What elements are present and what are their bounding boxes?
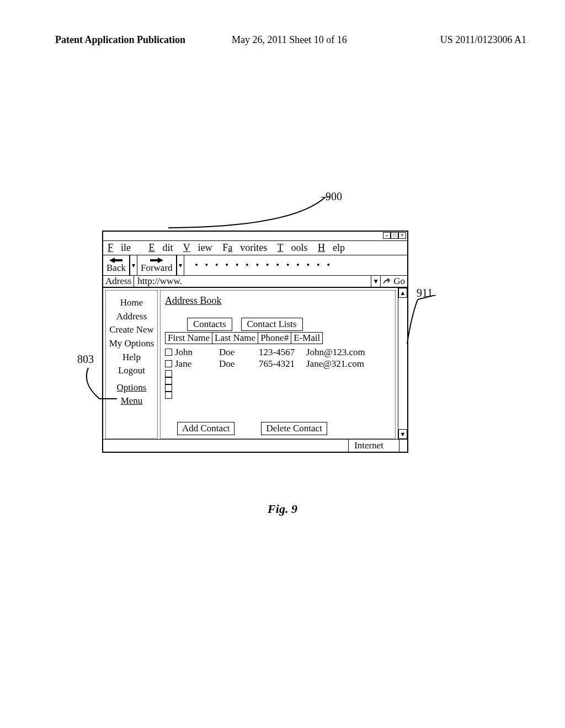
close-icon[interactable]: × — [398, 232, 406, 239]
menu-help[interactable]: Help — [318, 242, 345, 253]
toolbar: Back ▾ Forward ▾ • • • • • • • • • • • •… — [103, 255, 407, 276]
maximize-icon[interactable]: □ — [391, 232, 398, 239]
arrow-left-icon — [108, 258, 124, 263]
table-row: John Doe 123-4567 John@123.com — [165, 346, 392, 358]
col-last-name[interactable]: Last Name — [212, 332, 258, 344]
status-bar: Internet — [103, 439, 407, 452]
cell-first-name: John — [175, 346, 219, 358]
address-input[interactable]: http://www. — [134, 276, 371, 287]
vertical-scrollbar[interactable]: ▲ ▼ — [398, 288, 407, 439]
back-label: Back — [106, 263, 126, 272]
menu-file[interactable]: File — [108, 242, 138, 253]
back-dropdown[interactable]: ▾ — [130, 255, 137, 275]
sidebar-item-address[interactable]: Address — [108, 310, 155, 324]
sidebar-item-home[interactable]: Home — [108, 296, 155, 310]
cell-first-name: Jane — [175, 358, 219, 370]
go-label: Go — [393, 276, 405, 287]
forward-button[interactable]: Forward — [137, 255, 177, 275]
table-body: John Doe 123-4567 John@123.com Jane Doe … — [165, 346, 392, 399]
delete-contact-button[interactable]: Delete Contact — [261, 422, 327, 435]
table-row — [165, 370, 392, 377]
sidebar-item-my-options[interactable]: My Options — [108, 337, 155, 351]
figure-caption: Fig. 9 — [0, 502, 565, 516]
scroll-down-icon[interactable]: ▼ — [398, 429, 407, 439]
status-zone: Internet — [348, 440, 399, 452]
panel-title: Address Book — [165, 295, 392, 307]
address-bar: Adress http://www. ▼ Go — [103, 276, 407, 288]
reference-803: 803 — [77, 353, 94, 365]
row-checkbox[interactable] — [165, 349, 172, 356]
menu-view[interactable]: View — [183, 242, 212, 253]
tab-contact-lists[interactable]: Contact Lists — [241, 318, 303, 331]
cell-email: John@123.com — [306, 346, 378, 358]
scroll-up-icon[interactable]: ▲ — [398, 288, 407, 298]
publication-type: Patent Application Publication — [55, 34, 185, 46]
table-row — [165, 384, 392, 392]
sidebar-item-logout[interactable]: Logout — [108, 364, 155, 378]
forward-dropdown[interactable]: ▾ — [177, 255, 184, 275]
content-area: Home Address Create New My Options Help … — [103, 288, 398, 439]
col-email[interactable]: E-Mail — [291, 332, 323, 344]
sidebar-item-create-new[interactable]: Create New — [108, 323, 155, 337]
sidebar-item-help[interactable]: Help — [108, 351, 155, 365]
cell-email: Jane@321.com — [306, 358, 378, 370]
row-checkbox[interactable] — [165, 392, 172, 399]
menu-tools[interactable]: Tools — [277, 242, 307, 253]
address-dropdown[interactable]: ▼ — [371, 276, 381, 287]
cell-phone: 765-4321 — [259, 358, 306, 370]
table-header: First Name Last Name Phone# E-Mail — [165, 332, 392, 344]
back-button[interactable]: Back — [103, 255, 130, 275]
sidebar-options-menu[interactable]: Options Menu — [108, 381, 155, 408]
sidebar: Home Address Create New My Options Help … — [105, 290, 158, 439]
table-row — [165, 392, 392, 399]
row-checkbox[interactable] — [165, 370, 172, 377]
sheet-number: May 26, 2011 Sheet 10 of 16 — [232, 34, 347, 46]
reference-900: 900 — [326, 190, 342, 202]
col-first-name[interactable]: First Name — [165, 332, 212, 344]
lead-line-900 — [166, 197, 331, 230]
browser-window: – □ × File Edit View Favorites Tools Hel… — [102, 231, 408, 453]
menu-bar: File Edit View Favorites Tools Help — [103, 241, 407, 255]
row-checkbox[interactable] — [165, 360, 172, 367]
go-arrow-icon — [383, 278, 392, 285]
tab-contacts[interactable]: Contacts — [187, 318, 232, 331]
add-contact-button[interactable]: Add Contact — [177, 422, 234, 435]
minimize-icon[interactable]: – — [383, 232, 391, 239]
arrow-right-icon — [149, 258, 164, 263]
publication-id: US 2011/0123006 A1 — [440, 34, 526, 46]
cell-last-name: Doe — [219, 346, 259, 358]
window-titlebar: – □ × — [103, 232, 407, 241]
cell-last-name: Doe — [219, 358, 259, 370]
toolbar-overflow-icon: • • • • • • • • • • • • • • — [184, 255, 407, 275]
table-row — [165, 377, 392, 384]
menu-favorites[interactable]: Favorites — [222, 242, 267, 253]
menu-edit[interactable]: Edit — [149, 242, 173, 253]
row-checkbox[interactable] — [165, 384, 172, 392]
row-checkbox[interactable] — [165, 377, 172, 384]
col-phone[interactable]: Phone# — [258, 332, 291, 344]
cell-phone: 123-4567 — [259, 346, 306, 358]
forward-label: Forward — [141, 263, 173, 272]
main-panel: Address Book Contacts Contact Lists Firs… — [160, 290, 396, 439]
go-button[interactable]: Go — [381, 276, 407, 287]
reference-911: 911 — [417, 287, 433, 299]
table-row: Jane Doe 765-4321 Jane@321.com — [165, 358, 392, 370]
address-label: Adress — [103, 276, 134, 287]
lead-line-911 — [406, 295, 439, 350]
scroll-track[interactable] — [398, 298, 407, 429]
